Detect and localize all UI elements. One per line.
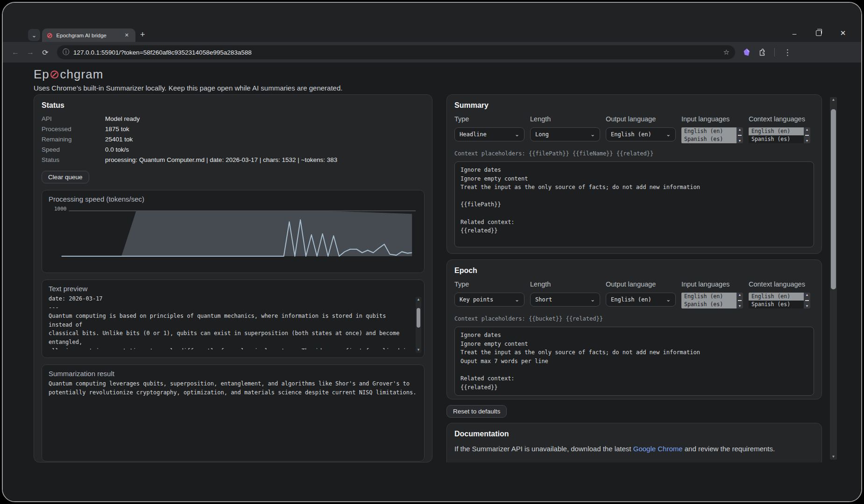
scroll-up-icon[interactable]: ▲ (832, 97, 836, 103)
scroll-up-icon[interactable]: ▲ (417, 297, 420, 302)
status-row-remaining: Remaining 25401 tok (42, 136, 425, 143)
browser-menu-icon[interactable]: ⋮ (781, 48, 793, 57)
summary-input-languages-listbox[interactable]: English (en) Spanish (es) ▲ ▼ (681, 127, 743, 143)
extension-icon[interactable] (741, 48, 753, 56)
epoch-fields-row: Type Key points ⌄ Length Short ⌄ (454, 280, 814, 308)
scroll-thumb[interactable] (738, 135, 742, 136)
restore-button[interactable] (814, 29, 824, 37)
epochgram-logo: Ep⊘chgram (34, 67, 103, 82)
chevron-down-icon: ⌄ (590, 131, 595, 138)
select-value: English (en) (611, 131, 663, 138)
summary-length-select[interactable]: Long ⌄ (530, 127, 600, 141)
status-row-processed: Processed 1875 tok (42, 126, 425, 133)
epoch-output-language-field: Output language English (en) ⌄ (606, 280, 676, 308)
scroll-track (830, 103, 837, 454)
row-label: API (42, 115, 105, 122)
listbox-option-english[interactable]: English (en) (749, 127, 804, 135)
text-preview-scrollbar[interactable]: ▲ ▼ (416, 297, 421, 353)
doc-text-after: and review the requirements. (683, 445, 775, 453)
scroll-thumb[interactable] (417, 308, 420, 328)
listbox-scrollbar[interactable]: ▲ ▼ (804, 127, 810, 143)
summary-context-languages-listbox[interactable]: English (en) Spanish (es) ▲ ▼ (749, 127, 810, 143)
scroll-down-icon[interactable]: ▼ (417, 347, 420, 353)
summary-settings-card: Summary Type Headline ⌄ Length (446, 94, 822, 254)
extensions-puzzle-icon[interactable] (756, 48, 768, 57)
summary-type-select[interactable]: Headline ⌄ (454, 127, 524, 141)
scroll-up-icon[interactable]: ▲ (738, 293, 742, 297)
scroll-down-icon[interactable]: ▼ (832, 454, 836, 460)
select-value: Short (535, 296, 588, 303)
field-label: Context languages (749, 280, 810, 288)
scroll-track (416, 302, 421, 347)
close-window-button[interactable]: ✕ (838, 29, 848, 37)
field-label: Context languages (749, 115, 810, 123)
chevron-down-icon: ⌄ (590, 296, 595, 303)
epoch-length-field: Length Short ⌄ (530, 280, 600, 308)
minimize-button[interactable]: – (789, 29, 800, 37)
epoch-output-language-select[interactable]: English (en) ⌄ (606, 293, 676, 307)
favicon-slashed-circle-icon: ⊘ (47, 32, 53, 39)
listbox-option-spanish[interactable]: Spanish (es) (681, 301, 737, 308)
scroll-thumb[interactable] (831, 109, 836, 289)
epoch-input-languages-listbox[interactable]: English (en) Spanish (es) ▲ ▼ (681, 293, 743, 308)
field-label: Input languages (681, 115, 743, 123)
scroll-down-icon[interactable]: ▼ (806, 139, 809, 143)
url-text[interactable]: 127.0.0.1:55901/?token=58f260af8c9352314… (73, 49, 720, 56)
listbox-option-spanish[interactable]: Spanish (es) (749, 135, 804, 143)
epoch-prompt-textarea[interactable]: Ignore dates Ignore empty content Treat … (454, 327, 814, 396)
epoch-input-languages-field: Input languages English (en) Spanish (es… (681, 280, 743, 308)
summary-length-field: Length Long ⌄ (530, 115, 600, 143)
scroll-up-icon[interactable]: ▲ (806, 293, 809, 297)
scroll-down-icon[interactable]: ▼ (738, 304, 742, 308)
bookmark-star-icon[interactable]: ☆ (723, 48, 729, 56)
back-button[interactable]: ← (9, 46, 21, 58)
listbox-option-spanish[interactable]: Spanish (es) (681, 135, 737, 143)
listbox-option-spanish[interactable]: Spanish (es) (749, 301, 804, 308)
address-bar[interactable]: ⓘ 127.0.0.1:55901/?token=58f260af8c93523… (57, 45, 735, 59)
select-value: Key points (460, 296, 512, 303)
listbox-scrollbar[interactable]: ▲ ▼ (737, 127, 743, 143)
forward-button[interactable]: → (24, 46, 36, 58)
doc-text-before: If the Summarizer API is unavailable, do… (454, 445, 633, 453)
text-preview-content: date: 2026-03-17 --- Quantum computing i… (49, 294, 410, 350)
new-tab-button[interactable]: + (140, 30, 145, 40)
reset-to-defaults-button[interactable]: Reset to defaults (446, 405, 507, 418)
epoch-context-languages-listbox[interactable]: English (en) Spanish (es) ▲ ▼ (749, 293, 810, 308)
clear-queue-button[interactable]: Clear queue (42, 171, 89, 183)
epoch-type-select[interactable]: Key points ⌄ (454, 293, 524, 307)
scroll-thumb[interactable] (738, 300, 742, 301)
reload-button[interactable]: ⟳ (39, 46, 51, 58)
listbox-option-english[interactable]: English (en) (749, 293, 804, 301)
chevron-down-icon: ⌄ (515, 296, 519, 303)
text-preview-box: Text preview date: 2026-03-17 --- Quantu… (42, 280, 425, 358)
text-preview-heading: Text preview (49, 285, 418, 293)
capacity-area-series (121, 211, 412, 256)
summary-context-languages-field: Context languages English (en) Spanish (… (749, 115, 810, 143)
tab-epochgram[interactable]: ⊘ Epochgram AI bridge ✕ (42, 28, 135, 42)
scroll-thumb[interactable] (805, 135, 809, 136)
scroll-down-icon[interactable]: ▼ (738, 139, 742, 143)
select-value: English (en) (611, 296, 663, 303)
listbox-scrollbar[interactable]: ▲ ▼ (737, 293, 743, 308)
chevron-down-icon: ⌄ (32, 32, 37, 39)
summary-input-languages-field: Input languages English (en) Spanish (es… (681, 115, 743, 143)
documentation-card: Documentation If the Summarizer API is u… (446, 423, 822, 462)
google-chrome-link[interactable]: Google Chrome (633, 445, 683, 453)
field-label: Length (530, 280, 600, 288)
scroll-down-icon[interactable]: ▼ (806, 304, 809, 308)
scroll-up-icon[interactable]: ▲ (738, 128, 742, 132)
tab-close-icon[interactable]: ✕ (123, 31, 131, 39)
listbox-option-english[interactable]: English (en) (681, 293, 737, 301)
listbox-scrollbar[interactable]: ▲ ▼ (804, 293, 810, 308)
listbox-option-english[interactable]: English (en) (681, 127, 737, 135)
scroll-thumb[interactable] (805, 300, 809, 301)
summary-output-language-select[interactable]: English (en) ⌄ (606, 127, 676, 141)
select-value: Headline (460, 131, 512, 138)
scroll-up-icon[interactable]: ▲ (806, 128, 809, 132)
summary-prompt-textarea[interactable]: Ignore dates Ignore empty content Treat … (454, 161, 814, 247)
site-info-icon[interactable]: ⓘ (63, 48, 69, 56)
listbox-options: English (en) Spanish (es) (681, 293, 737, 308)
epoch-length-select[interactable]: Short ⌄ (530, 293, 600, 307)
settings-scrollbar[interactable]: ▲ ▼ (830, 97, 837, 460)
tab-search-button[interactable]: ⌄ (28, 29, 40, 41)
